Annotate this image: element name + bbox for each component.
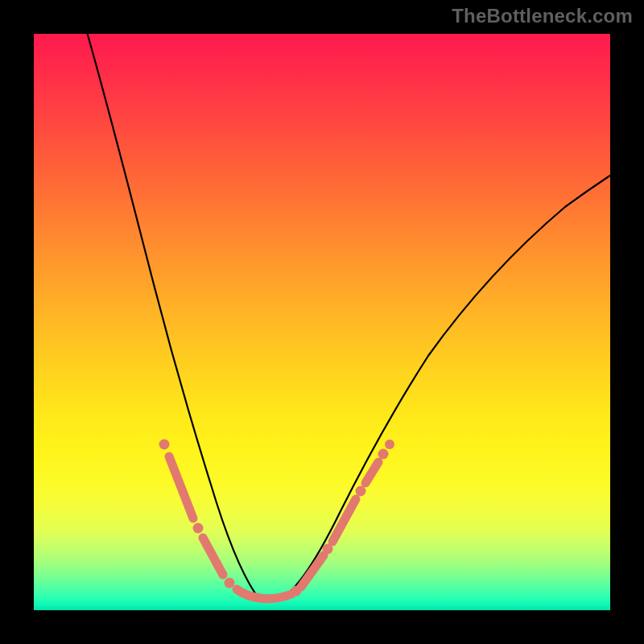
- bead-segment: [237, 589, 291, 599]
- bead-dot: [378, 449, 389, 460]
- bead-dot: [225, 578, 235, 588]
- bead-highlights: [159, 440, 395, 599]
- bead-dot: [385, 440, 394, 449]
- bead-segment: [203, 538, 223, 575]
- curve-layer: [34, 34, 610, 610]
- bead-dot: [193, 523, 204, 534]
- bead-dot: [356, 486, 366, 497]
- outer-frame: TheBottleneck.com: [0, 0, 644, 644]
- bead-segment: [169, 456, 193, 518]
- plot-area: [34, 34, 610, 610]
- bead-segment: [365, 462, 378, 483]
- bead-dot: [159, 440, 170, 450]
- watermark-text: TheBottleneck.com: [452, 5, 633, 27]
- bead-segment: [301, 555, 324, 587]
